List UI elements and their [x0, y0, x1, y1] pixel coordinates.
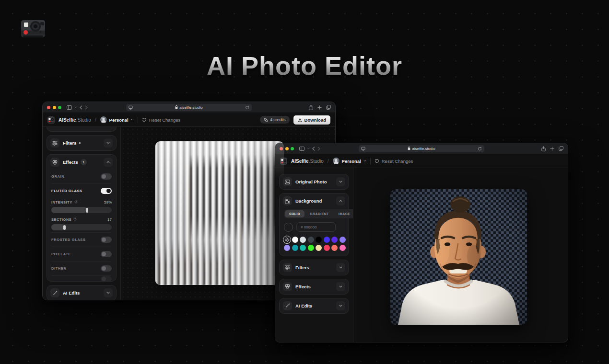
reload-icon[interactable] — [245, 105, 249, 110]
undo-icon — [142, 117, 147, 122]
swatch-ffffff[interactable] — [292, 237, 298, 243]
app-header: AISelfie.Studio / Personal Reset Changes… — [43, 113, 335, 127]
share-icon[interactable] — [309, 105, 313, 110]
brand-name[interactable]: AISelfie.Studio — [291, 159, 324, 164]
chevron-down-icon[interactable] — [74, 106, 77, 108]
reset-changes-button[interactable]: Reset Changes — [375, 159, 413, 164]
portrait-photo[interactable] — [390, 189, 527, 325]
swatch-f8e0a8[interactable] — [316, 245, 322, 251]
chevron-down-icon[interactable] — [307, 148, 310, 149]
back-icon[interactable] — [80, 105, 82, 110]
traffic-lights — [47, 106, 61, 109]
privacy-report-icon[interactable] — [361, 147, 365, 151]
slider-thumb[interactable] — [63, 225, 66, 230]
effect-label: DITHER — [51, 266, 67, 271]
chevron-down-icon[interactable] — [104, 288, 113, 297]
swatch-dbe0e4[interactable] — [300, 237, 306, 243]
background-sidebar: Original Photo Background SOLID GRADIENT… — [275, 168, 353, 342]
chevron-up-icon[interactable] — [336, 196, 345, 205]
effect-row-grain: GRAIN — [47, 170, 116, 183]
reload-icon[interactable] — [478, 147, 482, 151]
swatch-transparent[interactable] — [284, 237, 290, 243]
tab-overview-icon[interactable] — [326, 105, 331, 110]
browser-chrome: aiselfie.studio — [43, 102, 335, 113]
zoom-window-button[interactable] — [58, 106, 61, 109]
avatar — [100, 116, 107, 123]
chevron-down-icon — [363, 160, 366, 162]
close-window-button[interactable] — [47, 106, 50, 109]
forward-icon[interactable] — [85, 105, 88, 110]
sidebar-toggle-icon[interactable] — [67, 105, 72, 110]
slider-track[interactable] — [51, 224, 112, 230]
workspace-switcher[interactable]: Personal — [333, 158, 366, 164]
sidebar-toggle-icon[interactable] — [299, 147, 304, 151]
chevron-down-icon[interactable] — [336, 282, 345, 291]
swatch-f43f5e[interactable] — [324, 245, 330, 251]
tab-overview-icon[interactable] — [559, 146, 563, 151]
forward-icon[interactable] — [317, 147, 320, 151]
tab-solid[interactable]: SOLID — [285, 210, 304, 217]
toggle-knob — [102, 266, 106, 271]
swatch-3b434b[interactable] — [308, 237, 314, 243]
app-logo[interactable] — [47, 116, 55, 124]
brand-name[interactable]: AISelfie.Studio — [59, 117, 91, 123]
privacy-report-icon[interactable] — [129, 105, 133, 110]
filters-icon — [50, 138, 59, 148]
tab-gradient[interactable]: GRADIENT — [305, 210, 333, 217]
swatch-4733f2[interactable] — [324, 237, 330, 243]
credits-badge[interactable]: 4 credits — [260, 116, 289, 124]
url-bar[interactable]: aiselfie.studio — [126, 104, 252, 111]
swatch-a193f7[interactable] — [284, 245, 290, 251]
swatch-000000[interactable] — [316, 237, 322, 243]
toggle-dither[interactable] — [101, 265, 112, 272]
share-icon[interactable] — [541, 146, 546, 151]
swatch-14b9a7[interactable] — [300, 245, 306, 251]
new-tab-icon[interactable] — [317, 105, 322, 110]
toggle-fluted-glass[interactable] — [101, 188, 112, 194]
divider — [138, 117, 138, 123]
new-tab-icon[interactable] — [550, 147, 554, 151]
swatch-3ced28[interactable] — [308, 245, 314, 251]
effect-row-partial — [47, 276, 116, 281]
chevron-down-icon[interactable] — [336, 301, 345, 310]
chevron-down-icon[interactable] — [104, 138, 113, 148]
swatch-8d7bf5[interactable] — [340, 237, 346, 243]
minimize-window-button[interactable] — [53, 106, 56, 109]
tab-image[interactable]: IMAGE — [334, 210, 353, 217]
chevron-up-icon[interactable] — [104, 158, 113, 167]
slider-track[interactable] — [51, 207, 112, 213]
swatch-f87066[interactable] — [331, 245, 338, 251]
fluted-glass-preview[interactable] — [155, 141, 284, 285]
reset-changes-button[interactable]: Reset Changes — [142, 117, 180, 123]
effects-icon — [283, 282, 292, 291]
url-bar[interactable]: aiselfie.studio — [359, 145, 484, 152]
chevron-down-icon[interactable] — [336, 263, 345, 272]
toggle-grain[interactable] — [101, 173, 112, 180]
minimize-window-button[interactable] — [285, 147, 289, 150]
reset-icon[interactable] — [73, 217, 77, 222]
slider-thumb[interactable] — [86, 208, 88, 213]
download-button[interactable]: Download — [293, 115, 330, 125]
filters-icon — [283, 263, 292, 272]
chevron-down-icon[interactable] — [336, 177, 345, 186]
effects-controls: GRAINFLUTED GLASSINTENSITY 59%SECTIONS 1… — [47, 170, 116, 281]
effect-row-fluted-glass: FLUTED GLASS — [47, 184, 116, 198]
toggle-partial[interactable] — [101, 276, 112, 281]
swatch-5d2ce8[interactable] — [331, 237, 338, 243]
toggle-knob — [106, 189, 111, 193]
swatch-fb6eb5[interactable] — [340, 245, 346, 251]
zoom-window-button[interactable] — [291, 147, 294, 150]
workspace-switcher[interactable]: Personal — [100, 116, 134, 123]
reset-icon[interactable] — [74, 200, 78, 205]
swatch-12a0ad[interactable] — [292, 245, 298, 251]
toggle-pixelate[interactable] — [101, 251, 112, 257]
back-icon[interactable] — [312, 147, 315, 151]
divider — [370, 158, 371, 164]
toggle-knob — [102, 252, 106, 256]
slider-intensity: INTENSITY 59% — [47, 198, 116, 215]
hex-color-input[interactable]: # 000000 — [296, 222, 336, 232]
color-preview-circle[interactable] — [284, 223, 293, 232]
undo-icon — [375, 159, 379, 163]
toggle-frosted-glass[interactable] — [101, 237, 112, 243]
browser-chrome: aiselfie.studio — [275, 143, 568, 154]
